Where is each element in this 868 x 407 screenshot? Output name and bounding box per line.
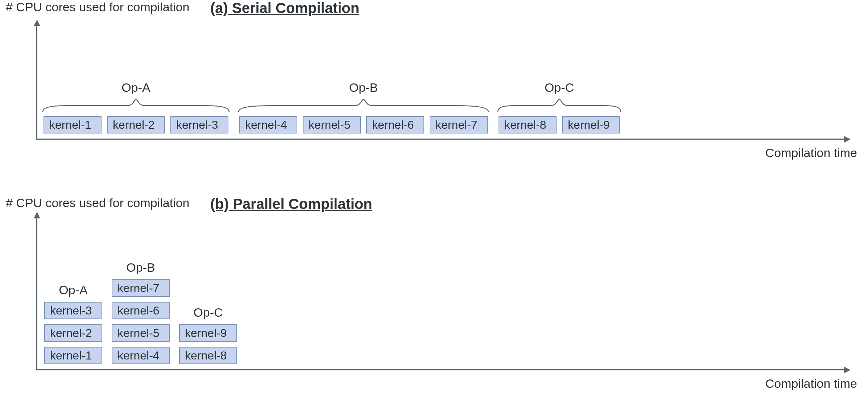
x-axis-line-b bbox=[36, 369, 845, 370]
x-axis-label-a: Compilation time bbox=[765, 146, 857, 160]
kernel-box: kernel-6 bbox=[112, 302, 170, 319]
kernel-box: kernel-8 bbox=[499, 116, 557, 133]
kernel-box: kernel-9 bbox=[562, 116, 620, 133]
kernel-box: kernel-9 bbox=[179, 324, 237, 342]
op-group-label: Op-B bbox=[346, 81, 382, 95]
x-axis-label-b: Compilation time bbox=[765, 377, 857, 391]
panel-title-a: (a) Serial Compilation bbox=[210, 0, 359, 16]
kernel-box: kernel-4 bbox=[239, 116, 297, 133]
kernel-box: kernel-6 bbox=[366, 116, 424, 133]
panel-title-b: (b) Parallel Compilation bbox=[210, 196, 372, 212]
kernel-box: kernel-2 bbox=[44, 324, 102, 342]
diagram-root: # CPU cores used for compilation (a) Ser… bbox=[0, 0, 868, 407]
kernel-box: kernel-5 bbox=[112, 324, 170, 342]
y-axis-label-b: # CPU cores used for compilation bbox=[6, 196, 189, 210]
op-group-label: Op-A bbox=[53, 283, 93, 297]
op-group-label: Op-C bbox=[541, 81, 578, 95]
kernel-box: kernel-7 bbox=[430, 116, 488, 133]
panel-serial: # CPU cores used for compilation (a) Ser… bbox=[4, 0, 864, 170]
kernel-box: kernel-1 bbox=[44, 116, 102, 133]
op-group-label: Op-A bbox=[118, 81, 154, 95]
op-group-label: Op-C bbox=[188, 305, 228, 320]
x-axis-arrow-icon bbox=[844, 136, 851, 143]
kernel-box: kernel-3 bbox=[44, 302, 102, 319]
brace-icon bbox=[42, 99, 230, 112]
y-axis-label-a: # CPU cores used for compilation bbox=[6, 0, 189, 14]
kernel-box: kernel-3 bbox=[170, 116, 228, 133]
brace-icon bbox=[238, 99, 489, 112]
kernel-box: kernel-1 bbox=[44, 347, 102, 364]
kernel-box: kernel-8 bbox=[179, 347, 237, 364]
y-axis-line-a bbox=[36, 25, 37, 139]
kernel-box: kernel-4 bbox=[112, 347, 170, 364]
kernel-box: kernel-2 bbox=[107, 116, 165, 133]
y-axis-line-b bbox=[36, 217, 37, 370]
brace-icon bbox=[497, 99, 621, 112]
op-group-label: Op-B bbox=[121, 260, 161, 275]
kernel-box: kernel-7 bbox=[112, 279, 170, 297]
x-axis-arrow-icon bbox=[844, 367, 851, 373]
y-axis-arrow-icon bbox=[34, 20, 40, 26]
panel-parallel: # CPU cores used for compilation (b) Par… bbox=[4, 196, 864, 399]
x-axis-line-a bbox=[36, 139, 845, 140]
kernel-box: kernel-5 bbox=[303, 116, 361, 133]
y-axis-arrow-icon bbox=[34, 212, 40, 218]
